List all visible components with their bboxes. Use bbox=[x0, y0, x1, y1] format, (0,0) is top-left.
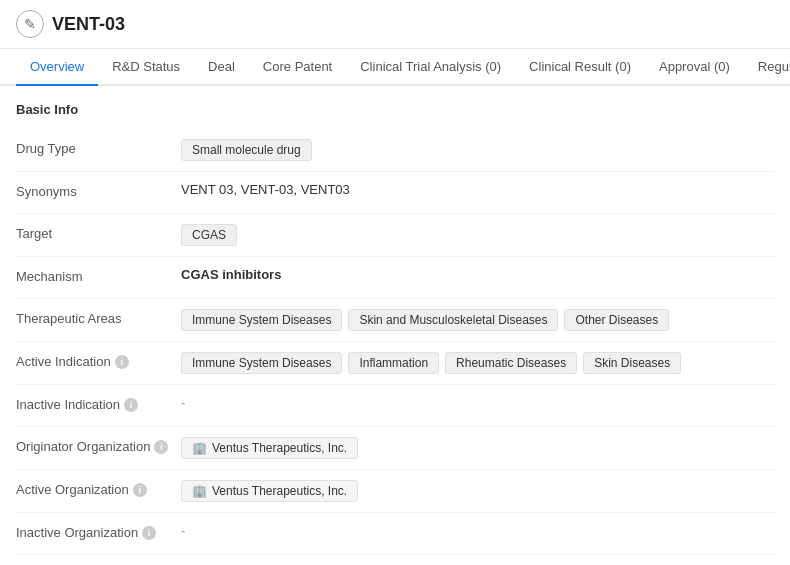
drug-type-value: Small molecule drug bbox=[181, 139, 774, 161]
target-label: Target bbox=[16, 224, 181, 241]
drug-type-row: Drug Type Small molecule drug bbox=[16, 129, 774, 172]
therapeutic-areas-label: Therapeutic Areas bbox=[16, 309, 181, 326]
target-tag: CGAS bbox=[181, 224, 237, 246]
tab-approval[interactable]: Approval (0) bbox=[645, 49, 744, 86]
drug-highest-phase-row: Drug Highest Phase i Phase 1 bbox=[16, 555, 774, 565]
mechanism-row: Mechanism CGAS inhibitors bbox=[16, 257, 774, 299]
content-area: Basic Info Drug Type Small molecule drug… bbox=[0, 86, 790, 565]
tab-regulation[interactable]: Regulation (0) bbox=[744, 49, 790, 86]
header-icon: ✎ bbox=[16, 10, 44, 38]
therapeutic-areas-row: Therapeutic Areas Immune System Diseases… bbox=[16, 299, 774, 342]
target-row: Target CGAS bbox=[16, 214, 774, 257]
section-title: Basic Info bbox=[16, 102, 774, 117]
mechanism-label: Mechanism bbox=[16, 267, 181, 284]
synonyms-value: VENT 03, VENT-03, VENT03 bbox=[181, 182, 774, 197]
active-org-info-icon[interactable]: i bbox=[133, 483, 147, 497]
active-org-building-icon: 🏢 bbox=[192, 484, 207, 498]
originator-org-tag[interactable]: 🏢 Ventus Therapeutics, Inc. bbox=[181, 437, 358, 459]
tab-rd-status[interactable]: R&D Status bbox=[98, 49, 194, 86]
mechanism-value: CGAS inhibitors bbox=[181, 267, 774, 282]
tab-overview[interactable]: Overview bbox=[16, 49, 98, 86]
originator-org-value: 🏢 Ventus Therapeutics, Inc. bbox=[181, 437, 774, 459]
ta-tag-0: Immune System Diseases bbox=[181, 309, 342, 331]
nav-tabs: Overview R&D Status Deal Core Patent Cli… bbox=[0, 49, 790, 86]
ta-tag-2: Other Diseases bbox=[564, 309, 669, 331]
drug-type-tag: Small molecule drug bbox=[181, 139, 312, 161]
tab-clinical-trial[interactable]: Clinical Trial Analysis (0) bbox=[346, 49, 515, 86]
drug-type-label: Drug Type bbox=[16, 139, 181, 156]
inactive-indication-value: - bbox=[181, 395, 774, 410]
ai-tag-0: Immune System Diseases bbox=[181, 352, 342, 374]
inactive-indication-row: Inactive Indication i - bbox=[16, 385, 774, 427]
tab-clinical-result[interactable]: Clinical Result (0) bbox=[515, 49, 645, 86]
originator-org-row: Originator Organization i 🏢 Ventus Thera… bbox=[16, 427, 774, 470]
org-building-icon: 🏢 bbox=[192, 441, 207, 455]
page-header: ✎ VENT-03 bbox=[0, 0, 790, 49]
active-indication-label: Active Indication i bbox=[16, 352, 181, 369]
inactive-org-label: Inactive Organization i bbox=[16, 523, 181, 540]
inactive-indication-label: Inactive Indication i bbox=[16, 395, 181, 412]
synonyms-label: Synonyms bbox=[16, 182, 181, 199]
tab-core-patent[interactable]: Core Patent bbox=[249, 49, 346, 86]
ai-tag-2: Rheumatic Diseases bbox=[445, 352, 577, 374]
ai-tag-3: Skin Diseases bbox=[583, 352, 681, 374]
originator-org-info-icon[interactable]: i bbox=[154, 440, 168, 454]
active-org-label: Active Organization i bbox=[16, 480, 181, 497]
active-org-value: 🏢 Ventus Therapeutics, Inc. bbox=[181, 480, 774, 502]
active-org-row: Active Organization i 🏢 Ventus Therapeut… bbox=[16, 470, 774, 513]
active-indication-value: Immune System Diseases Inflammation Rheu… bbox=[181, 352, 774, 374]
inactive-org-info-icon[interactable]: i bbox=[142, 526, 156, 540]
inactive-indication-info-icon[interactable]: i bbox=[124, 398, 138, 412]
originator-org-label: Originator Organization i bbox=[16, 437, 181, 454]
therapeutic-areas-value: Immune System Diseases Skin and Musculos… bbox=[181, 309, 774, 331]
tab-deal[interactable]: Deal bbox=[194, 49, 249, 86]
active-indication-row: Active Indication i Immune System Diseas… bbox=[16, 342, 774, 385]
target-value: CGAS bbox=[181, 224, 774, 246]
ai-tag-1: Inflammation bbox=[348, 352, 439, 374]
inactive-org-value: - bbox=[181, 523, 774, 538]
inactive-org-row: Inactive Organization i - bbox=[16, 513, 774, 555]
page-title: VENT-03 bbox=[52, 14, 125, 35]
active-org-tag[interactable]: 🏢 Ventus Therapeutics, Inc. bbox=[181, 480, 358, 502]
synonyms-row: Synonyms VENT 03, VENT-03, VENT03 bbox=[16, 172, 774, 214]
active-indication-info-icon[interactable]: i bbox=[115, 355, 129, 369]
ta-tag-1: Skin and Musculoskeletal Diseases bbox=[348, 309, 558, 331]
